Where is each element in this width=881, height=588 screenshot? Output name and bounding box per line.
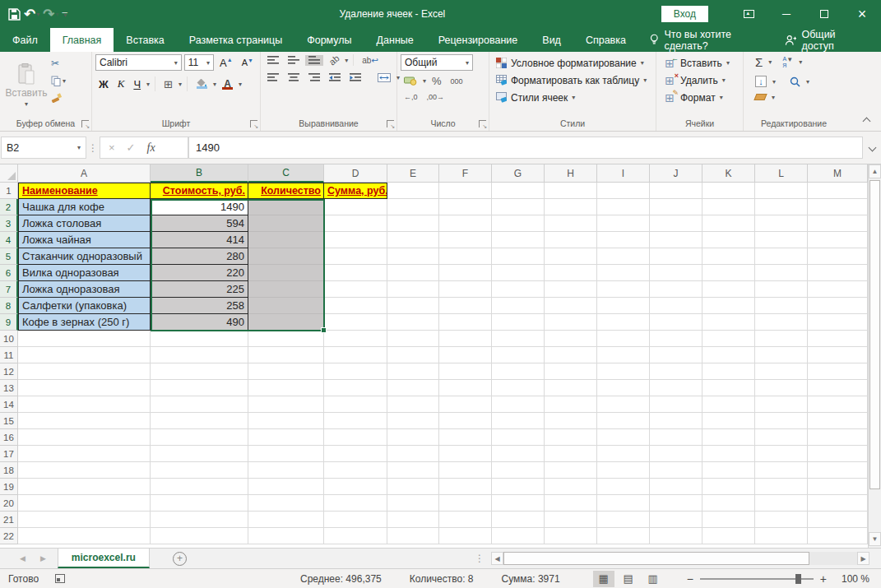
- cell-G18[interactable]: [492, 462, 545, 479]
- cell-K13[interactable]: [702, 380, 755, 396]
- cell-I22[interactable]: [597, 528, 650, 544]
- cell-A14[interactable]: [18, 396, 151, 413]
- bold-button[interactable]: Ж: [95, 77, 112, 91]
- cell-M2[interactable]: [808, 199, 868, 215]
- underline-button[interactable]: Ч: [130, 77, 144, 91]
- cell-E14[interactable]: [387, 396, 439, 413]
- cell-I3[interactable]: [597, 215, 650, 232]
- zoom-slider-thumb[interactable]: [795, 574, 801, 584]
- cell-K7[interactable]: [702, 281, 755, 298]
- zoom-slider[interactable]: [700, 578, 814, 580]
- cell-D10[interactable]: [324, 331, 387, 347]
- formula-input[interactable]: 1490: [188, 137, 863, 159]
- cell-D8[interactable]: [324, 298, 387, 314]
- cell-D7[interactable]: [324, 281, 387, 298]
- cell-M7[interactable]: [808, 281, 868, 298]
- tab-scroll-splitter[interactable]: ⋮: [468, 549, 491, 568]
- conditional-formatting-button[interactable]: Условное форматирование▾: [496, 54, 652, 72]
- cell-H10[interactable]: [545, 331, 597, 347]
- italic-button[interactable]: К: [114, 76, 128, 91]
- vertical-scroll-thumb[interactable]: [869, 180, 880, 489]
- cell-B20[interactable]: [151, 495, 248, 512]
- row-header-8[interactable]: 8: [0, 298, 18, 314]
- cell-J20[interactable]: [650, 495, 702, 512]
- cell-K5[interactable]: [702, 248, 755, 265]
- cell-L14[interactable]: [755, 396, 808, 413]
- cell-B14[interactable]: [151, 396, 248, 413]
- cell-I9[interactable]: [597, 314, 650, 331]
- row-header-13[interactable]: 13: [0, 380, 18, 396]
- align-center-button[interactable]: [285, 72, 303, 83]
- cell-I6[interactable]: [597, 265, 650, 281]
- cell-C3[interactable]: [248, 215, 324, 232]
- cell-M5[interactable]: [808, 248, 868, 265]
- cell-A5[interactable]: Стаканчик одноразовый: [18, 248, 151, 265]
- cell-D9[interactable]: [324, 314, 387, 331]
- cell-I5[interactable]: [597, 248, 650, 265]
- cell-C9[interactable]: [248, 314, 324, 331]
- zoom-out-button[interactable]: −: [687, 572, 693, 586]
- cell-I10[interactable]: [597, 331, 650, 347]
- font-dialog-launcher[interactable]: [250, 120, 257, 127]
- cell-H22[interactable]: [545, 528, 597, 544]
- column-header-J[interactable]: J: [650, 164, 702, 183]
- borders-button[interactable]: ⊞: [160, 77, 176, 91]
- cell-C19[interactable]: [248, 479, 324, 495]
- row-header-10[interactable]: 10: [0, 331, 18, 347]
- cell-G7[interactable]: [492, 281, 545, 298]
- alignment-dialog-launcher[interactable]: [387, 120, 394, 127]
- wrap-text-button[interactable]: ab↩: [359, 55, 382, 66]
- minimize-button[interactable]: ─: [767, 0, 805, 28]
- column-header-A[interactable]: A: [18, 164, 151, 183]
- cell-C17[interactable]: [248, 446, 324, 462]
- cell-C8[interactable]: [248, 298, 324, 314]
- save-icon[interactable]: [8, 8, 21, 21]
- cell-K8[interactable]: [702, 298, 755, 314]
- clipboard-dialog-launcher[interactable]: [81, 120, 89, 127]
- cell-E19[interactable]: [387, 479, 439, 495]
- cell-M12[interactable]: [808, 363, 868, 380]
- cell-M1[interactable]: [808, 183, 868, 199]
- cell-L22[interactable]: [755, 528, 808, 544]
- cell-B15[interactable]: [151, 413, 248, 429]
- cell-L8[interactable]: [755, 298, 808, 314]
- cell-H20[interactable]: [545, 495, 597, 512]
- format-as-table-button[interactable]: Форматировать как таблицу▾: [496, 72, 652, 89]
- cell-J11[interactable]: [650, 347, 702, 363]
- cell-G3[interactable]: [492, 215, 545, 232]
- cell-M17[interactable]: [808, 446, 868, 462]
- cell-J8[interactable]: [650, 298, 702, 314]
- share-button[interactable]: Общий доступ: [785, 28, 881, 52]
- merge-center-button[interactable]: [374, 72, 394, 83]
- cell-B12[interactable]: [151, 363, 248, 380]
- cell-M16[interactable]: [808, 429, 868, 446]
- cell-H16[interactable]: [545, 429, 597, 446]
- cell-F2[interactable]: [439, 199, 492, 215]
- clear-button[interactable]: [752, 93, 769, 101]
- cell-F13[interactable]: [439, 380, 492, 396]
- cell-L18[interactable]: [755, 462, 808, 479]
- tab-page-layout[interactable]: Разметка страницы: [177, 28, 294, 52]
- cell-L13[interactable]: [755, 380, 808, 396]
- fill-button[interactable]: ↓: [752, 75, 770, 88]
- cell-B1[interactable]: Стоимость, руб.: [151, 183, 248, 199]
- cell-K17[interactable]: [702, 446, 755, 462]
- cell-A20[interactable]: [18, 495, 151, 512]
- cell-B13[interactable]: [151, 380, 248, 396]
- cell-B2[interactable]: 1490: [151, 199, 248, 215]
- cell-G21[interactable]: [492, 512, 545, 528]
- cell-F22[interactable]: [439, 528, 492, 544]
- cell-H19[interactable]: [545, 479, 597, 495]
- font-name-combo[interactable]: Calibri▾: [95, 54, 182, 71]
- cell-A21[interactable]: [18, 512, 151, 528]
- cell-C18[interactable]: [248, 462, 324, 479]
- cell-G13[interactable]: [492, 380, 545, 396]
- increase-indent-button[interactable]: [346, 72, 364, 83]
- cell-G16[interactable]: [492, 429, 545, 446]
- cell-K9[interactable]: [702, 314, 755, 331]
- cell-E17[interactable]: [387, 446, 439, 462]
- tab-data[interactable]: Данные: [364, 28, 426, 52]
- page-layout-view-button[interactable]: ▤: [618, 571, 639, 587]
- cell-M11[interactable]: [808, 347, 868, 363]
- column-header-D[interactable]: D: [324, 164, 387, 183]
